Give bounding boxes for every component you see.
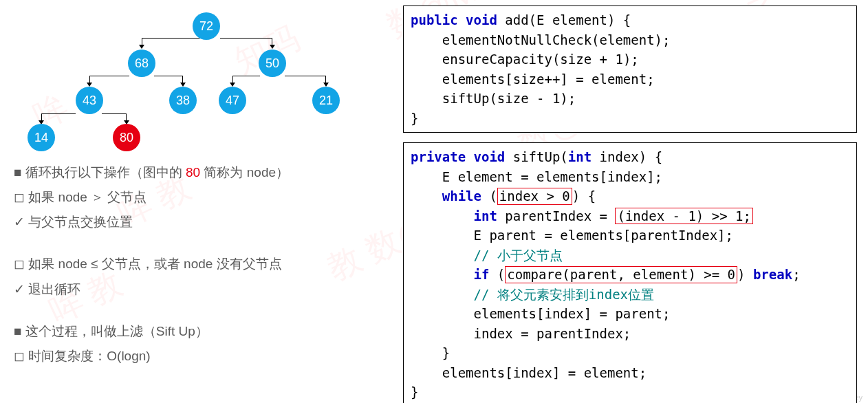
node-50: 50 (259, 50, 286, 77)
code-block-siftup: private void siftUp(int index) { E eleme… (403, 142, 857, 403)
notes-block: 循环执行以下操作（图中的 80 简称为 node） 如果 node ＞ 父节点 … (14, 160, 382, 368)
node-47: 47 (219, 87, 246, 114)
note-line-1: 循环执行以下操作（图中的 80 简称为 node） (14, 160, 382, 184)
note-line-4: 如果 node ≤ 父节点，或者 node 没有父节点 (14, 252, 382, 276)
node-72: 72 (193, 12, 220, 40)
note-line-6: 这个过程，叫做上滤（Sift Up） (14, 319, 382, 343)
node-80: 80 (113, 124, 140, 151)
right-panel: public void add(E element) { elementNotN… (396, 0, 864, 403)
note-line-5: 退出循环 (14, 277, 382, 301)
heap-tree-diagram: 72 68 50 43 38 47 21 14 80 (14, 7, 351, 141)
node-38: 38 (169, 87, 197, 114)
note-line-2: 如果 node ＞ 父节点 (14, 185, 382, 209)
code-block-add: public void add(E element) { elementNotN… (403, 6, 857, 133)
node-68: 68 (128, 50, 155, 77)
highlight-index-gt-0: index > 0 (497, 188, 572, 205)
node-21: 21 (312, 87, 340, 114)
highlight-parent-index: (index - 1) >> 1; (615, 208, 752, 225)
note-line-7: 时间复杂度：O(logn) (14, 344, 382, 368)
node-14: 14 (28, 124, 55, 151)
left-panel: 72 68 50 43 38 47 21 14 80 循环执行以下操作（图中的 … (0, 0, 396, 403)
node-43: 43 (76, 87, 103, 114)
note-line-3: 与父节点交换位置 (14, 210, 382, 234)
highlight-compare: compare(parent, element) >= 0 (505, 266, 737, 283)
